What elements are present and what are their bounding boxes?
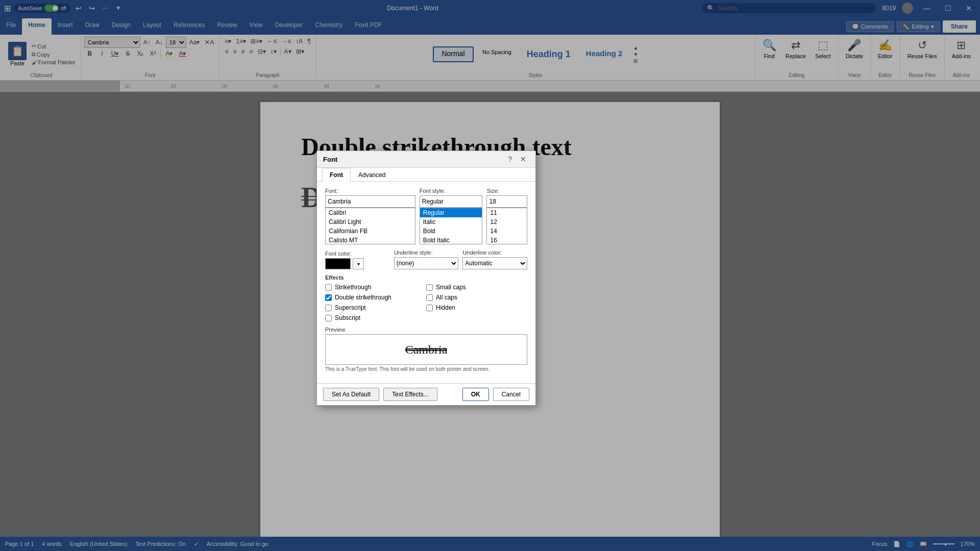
font-style-col: Font style: Regular Italic Bold Bold Ita… [420, 188, 483, 244]
set-default-button[interactable]: Set As Default [323, 388, 379, 401]
subscript-checkbox[interactable] [325, 315, 332, 321]
font-dialog: Font ? ✕ Font Advanced Font: Calibri Cal… [316, 151, 536, 406]
font-style-list[interactable]: Regular Italic Bold Bold Italic [420, 208, 483, 244]
superscript-item: Superscript [325, 304, 426, 311]
dialog-title: Font [323, 156, 337, 163]
effects-section: Effects Strikethrough Double strikethrou… [325, 274, 527, 321]
style-item-regular[interactable]: Regular [420, 208, 482, 217]
font-name-list[interactable]: Calibri Calibri Light Californian FB Cal… [325, 208, 415, 244]
preview-text: Cambria [405, 343, 448, 357]
preview-section: Preview Cambria This is a TrueType font.… [325, 327, 527, 372]
footer-left: Set As Default Text Effects... [323, 388, 437, 401]
dialog-overlay: Font ? ✕ Font Advanced Font: Calibri Cal… [0, 0, 980, 551]
style-item-bold[interactable]: Bold [420, 227, 482, 236]
size-item-12[interactable]: 12 [487, 217, 527, 227]
font-name-input[interactable] [325, 195, 415, 208]
font-item-calibri-light[interactable]: Calibri Light [326, 217, 415, 227]
style-item-italic[interactable]: Italic [420, 217, 482, 227]
preview-label: Preview [325, 327, 527, 333]
double-strikethrough-label: Double strikethrough [335, 294, 391, 301]
style-label: Font style: [420, 188, 483, 194]
footer-right: OK Cancel [462, 388, 529, 401]
ok-button[interactable]: OK [462, 388, 489, 401]
effects-col-left: Strikethrough Double strikethrough Super… [325, 284, 426, 321]
font-name-col: Font: Calibri Calibri Light Californian … [325, 188, 415, 244]
strikethrough-item: Strikethrough [325, 284, 426, 291]
hidden-checkbox[interactable] [426, 305, 433, 311]
size-label: Size: [486, 188, 527, 194]
text-effects-button[interactable]: Text Effects... [383, 388, 437, 401]
all-caps-item: All caps [426, 294, 527, 301]
dialog-help-button[interactable]: ? [505, 154, 515, 164]
effects-col-right: Small caps All caps Hidden [426, 284, 527, 321]
dialog-tab-advanced[interactable]: Advanced [351, 168, 393, 182]
underline-color-select[interactable]: Automatic [462, 257, 527, 269]
font-label: Font: [325, 188, 415, 194]
dialog-close-button[interactable]: ✕ [517, 154, 529, 164]
dialog-tab-font[interactable]: Font [322, 168, 351, 182]
font-size-list[interactable]: 11 12 14 16 18 [486, 208, 527, 244]
effects-grid: Strikethrough Double strikethrough Super… [325, 284, 527, 321]
strikethrough-checkbox[interactable] [325, 284, 332, 291]
hidden-item: Hidden [426, 304, 527, 311]
font-color-label: Font color: [325, 251, 390, 257]
underline-color-section: Underline color: Automatic [462, 249, 527, 269]
all-caps-label: All caps [436, 294, 457, 301]
underline-color-label: Underline color: [462, 249, 527, 256]
small-caps-item: Small caps [426, 284, 527, 291]
font-color-section: Font color: ▾ [325, 251, 390, 269]
effects-label: Effects [325, 274, 527, 281]
small-caps-label: Small caps [436, 284, 466, 291]
font-item-calibri[interactable]: Calibri [326, 208, 415, 217]
underline-style-select[interactable]: (none) [394, 257, 459, 269]
dialog-body: Font: Calibri Calibri Light Californian … [317, 182, 535, 383]
small-caps-checkbox[interactable] [426, 284, 433, 291]
font-item-calisto[interactable]: Calisto MT [326, 236, 415, 244]
font-size-input[interactable] [486, 195, 527, 208]
font-item-californian[interactable]: Californian FB [326, 227, 415, 236]
cancel-button[interactable]: Cancel [493, 388, 529, 401]
double-strikethrough-checkbox[interactable] [325, 294, 332, 301]
font-color-swatch[interactable] [325, 258, 351, 269]
font-size-col: Size: 11 12 14 16 18 [486, 188, 527, 244]
preview-note: This is a TrueType font. This font will … [325, 366, 527, 372]
subscript-label: Subscript [335, 314, 360, 321]
superscript-label: Superscript [335, 304, 366, 311]
font-style-input[interactable] [420, 195, 483, 208]
font-color-dropdown[interactable]: ▾ [353, 258, 364, 269]
superscript-checkbox[interactable] [325, 305, 332, 311]
bottom-section: Font color: ▾ Underline style: (none) Un… [325, 249, 527, 269]
subscript-item: Subscript [325, 314, 426, 321]
size-item-16[interactable]: 16 [487, 236, 527, 244]
font-color-picker: ▾ [325, 258, 390, 269]
dialog-footer: Set As Default Text Effects... OK Cancel [317, 383, 535, 405]
size-item-14[interactable]: 14 [487, 227, 527, 236]
size-item-11[interactable]: 11 [487, 208, 527, 217]
underline-style-section: Underline style: (none) [394, 249, 459, 269]
strikethrough-label: Strikethrough [335, 284, 371, 291]
font-section: Font: Calibri Calibri Light Californian … [325, 188, 527, 244]
hidden-label: Hidden [436, 304, 455, 311]
underline-style-label: Underline style: [394, 249, 459, 256]
style-item-bold-italic[interactable]: Bold Italic [420, 236, 482, 244]
preview-box: Cambria [325, 334, 527, 365]
dialog-title-icons: ? ✕ [505, 154, 529, 164]
dialog-title-bar: Font ? ✕ [317, 151, 535, 168]
double-strike-item: Double strikethrough [325, 294, 426, 301]
all-caps-checkbox[interactable] [426, 294, 433, 301]
dialog-tabs: Font Advanced [317, 168, 535, 182]
